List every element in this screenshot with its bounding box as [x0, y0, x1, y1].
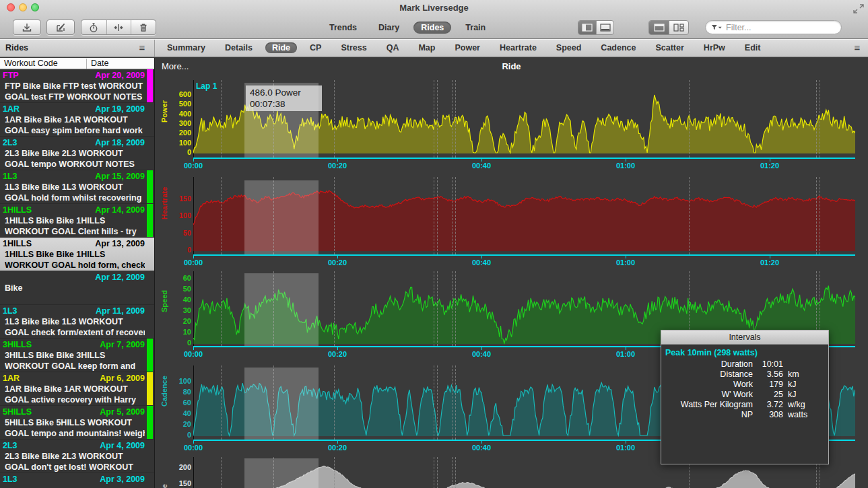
lap-marker-line [455, 177, 456, 254]
x-tick-label: 00:40 [467, 350, 496, 358]
y-tick: 80 [168, 388, 191, 396]
ride-list-item[interactable]: 1ARApr 6, 20091AR Bike Bike 1AR WORKOUTG… [0, 372, 154, 406]
sidebar-panel-icon [582, 24, 593, 32]
column-workout-code[interactable]: Workout Code [4, 59, 58, 68]
interval-heading[interactable]: Peak 10min (298 watts) [665, 348, 828, 357]
main-tab-rides[interactable]: Rides [413, 22, 451, 34]
y-tick: 0 [168, 339, 191, 347]
y-tick: 20 [168, 420, 191, 429]
edit-ride-button[interactable] [46, 20, 75, 35]
ride-tools-group [81, 20, 156, 35]
view-tab-details[interactable]: Details [218, 42, 259, 53]
main-tab-trends[interactable]: Trends [322, 22, 364, 34]
ride-list-item[interactable]: Apr 12, 2009Bike [0, 271, 154, 305]
window-title: Mark Liversedge [0, 3, 868, 13]
view-tab-speed[interactable]: Speed [549, 42, 589, 53]
lap-marker-line [221, 365, 222, 440]
ride-code: FTP [3, 71, 19, 80]
column-date[interactable]: Date [86, 59, 108, 69]
window-titlebar[interactable]: Mark Liversedge [0, 0, 868, 15]
y-tick: 100 [168, 139, 191, 147]
ride-list-item[interactable]: 5HILLSApr 5, 20095HILLS Bike 5HILLS WORK… [0, 406, 154, 440]
lap-marker-line [452, 457, 453, 488]
ride-list-item[interactable]: 1ARApr 19, 20091AR Bike Bike 1AR WORKOUT… [0, 103, 154, 137]
filter-input[interactable] [725, 22, 836, 33]
panel-toggle-group [578, 20, 614, 35]
sidebar-menu-icon[interactable]: ≡ [137, 42, 147, 53]
sidebar-toggle-button[interactable] [578, 21, 596, 34]
ride-desc-line: 1L3 Bike Bike 1L3 WORKOUT [5, 182, 145, 192]
ride-chart-panel[interactable]: More... Ride Power010020030040050060000:… [155, 58, 868, 488]
x-tick-label: 01:00 [611, 444, 640, 452]
view-tab-scatter[interactable]: Scatter [648, 42, 690, 53]
tabbed-view-button[interactable] [649, 21, 669, 34]
ride-desc-line: 5HILLS Bike 5HILLS WORKOUT [5, 418, 145, 427]
ride-list-item[interactable]: 1L3Apr 15, 20091L3 Bike Bike 1L3 WORKOUT… [0, 170, 154, 204]
y-axis-label-cadence: Cadence [160, 396, 168, 407]
ride-list-item[interactable]: 1HILLSApr 13, 20091HILLS Bike Bike 1HILL… [0, 238, 154, 271]
view-tab-heartrate[interactable]: Heartrate [493, 42, 543, 53]
tiled-view-button[interactable] [669, 21, 688, 34]
ride-list-item[interactable]: 2L3Apr 4, 20092L3 Bike Bike 2L3 WORKOUTG… [0, 440, 154, 473]
view-tab-cp[interactable]: CP [303, 42, 328, 53]
bottombar-toggle-button[interactable] [596, 21, 613, 34]
ride-list-item[interactable]: 2L3Apr 18, 20092L3 Bike Bike 2L3 WORKOUT… [0, 137, 154, 170]
view-tab-stress[interactable]: Stress [334, 42, 373, 53]
lap-marker-line [689, 177, 690, 254]
fullscreen-icon[interactable] [853, 4, 864, 13]
window-chrome: Mark Liversedge [0, 0, 868, 39]
interval-selection-region[interactable] [244, 458, 319, 488]
ride-desc-line: 1AR Bike Bike 1AR WORKOUT [5, 115, 145, 125]
sidebar-title: Rides [5, 43, 28, 53]
x-tick-label: 00:00 [178, 162, 208, 170]
save-ride-button[interactable] [13, 20, 41, 35]
view-tab-cadence[interactable]: Cadence [594, 42, 642, 53]
delete-ride-button[interactable] [131, 20, 156, 34]
lap-marker-line [816, 80, 817, 158]
ride-code: 5HILLS [3, 407, 32, 417]
tooltip-value: 486.0 Power [250, 87, 318, 98]
lap-marker-line [455, 365, 456, 440]
ride-list-item[interactable]: 1HILLSApr 14, 20091HILLS Bike Bike 1HILL… [0, 204, 154, 238]
lap-marker-line [452, 177, 453, 254]
ride-desc-line: GOAL tempo WORKOUT NOTES [5, 160, 145, 169]
lap-marker-line [434, 271, 434, 346]
intervals-popup-titlebar[interactable]: Intervals [661, 330, 828, 345]
view-tab-map[interactable]: Map [411, 42, 442, 53]
main-tab-train[interactable]: Train [458, 22, 493, 34]
ride-list-item[interactable]: 3HILLSApr 7, 20093HILLS Bike Bike 3HILLS… [0, 339, 154, 372]
main-tab-diary[interactable]: Diary [371, 22, 407, 34]
stopwatch-button[interactable] [81, 20, 106, 34]
ride-code: 1HILLS [3, 239, 32, 248]
chart-menu-icon[interactable]: ≡ [852, 42, 863, 53]
view-tab-power[interactable]: Power [448, 42, 487, 53]
interval-selection-region[interactable] [244, 273, 319, 346]
view-tab-qa[interactable]: QA [380, 42, 406, 53]
compose-icon [55, 22, 66, 33]
ride-list-item[interactable]: FTPApr 20, 2009FTP Bike Bike FTP test WO… [0, 69, 154, 103]
view-tab-summary[interactable]: Summary [160, 42, 212, 53]
bottom-panel-icon [600, 24, 611, 32]
ride-list-item[interactable]: 1L3Apr 3, 2009 [0, 473, 154, 488]
ride-code: 2L3 [3, 441, 18, 450]
filter-field[interactable] [705, 20, 842, 34]
ride-desc-line: 2L3 Bike Bike 2L3 WORKOUT [5, 149, 145, 158]
ride-date: Apr 19, 2009 [95, 104, 145, 114]
lap-marker-line [455, 271, 456, 346]
ride-desc-line: WORKOUT GOAL hold form, check [5, 260, 145, 270]
interval-detail-row: W' Work25kJ [661, 390, 828, 400]
view-tab-edit[interactable]: Edit [738, 42, 768, 53]
y-tick: 20 [168, 317, 191, 326]
y-axis-label-power: Power [160, 112, 168, 123]
ride-list-item[interactable]: 1L3Apr 11, 20091L3 Bike Bike 1L3 WORKOUT… [0, 305, 154, 339]
view-tab-ride[interactable]: Ride [265, 42, 297, 53]
layout-toggle-group [648, 20, 689, 35]
interval-selection-region[interactable] [244, 368, 319, 440]
interval-selection-region[interactable] [244, 180, 319, 254]
y-tick: 60 [168, 398, 191, 407]
split-ride-button[interactable] [106, 20, 131, 34]
split-arrows-icon [113, 22, 124, 33]
view-tab-hrpw[interactable]: HrPw [697, 42, 732, 53]
rides-sidebar: Workout Code Date FTPApr 20, 2009FTP Bik… [0, 58, 155, 488]
stopwatch-icon [88, 22, 99, 33]
